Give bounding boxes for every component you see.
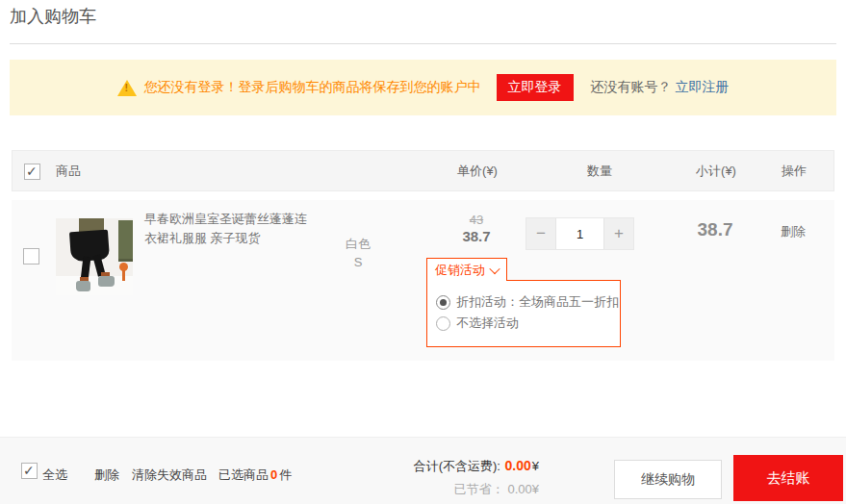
- warning-triangle-icon: !: [117, 80, 137, 96]
- column-header-unit-price: 单价(¥): [432, 151, 523, 190]
- radio-selected-icon[interactable]: [436, 295, 450, 310]
- title-divider: [10, 43, 836, 44]
- selected-count-suffix: 件: [279, 467, 292, 482]
- page-title: 加入购物车: [10, 5, 96, 28]
- column-header-quantity: 数量: [554, 151, 645, 190]
- clear-invalid-link[interactable]: 清除失效商品: [132, 466, 207, 484]
- login-warning-text: 您还没有登录！登录后购物车的商品将保存到您的账户中: [144, 79, 481, 96]
- delete-item-link[interactable]: 删除: [759, 223, 827, 240]
- saved-value: 0.00: [507, 482, 531, 496]
- column-header-action: 操作: [760, 151, 828, 190]
- photo-boot: [98, 276, 115, 287]
- promotion-option-none[interactable]: 不选择活动: [436, 313, 611, 334]
- promotion-option-label: 不选择活动: [456, 315, 519, 332]
- column-header-product: 商品: [56, 151, 81, 190]
- delete-selected-link[interactable]: 删除: [94, 466, 119, 484]
- photo-cabinet: [118, 220, 133, 262]
- cart-table-header: 商品 单价(¥) 数量 小计(¥) 操作: [12, 150, 834, 191]
- selected-count: 0: [269, 467, 279, 482]
- photo-lamp-stand: [122, 270, 125, 281]
- totals-block: 合计(不含运费): 0.00¥ 已节省： 0.00¥: [414, 458, 539, 498]
- variant-size: S: [324, 255, 392, 269]
- cart-footer-bar: 全选 删除 清除失效商品 已选商品0件 合计(不含运费): 0.00¥ 已节省：…: [0, 437, 846, 504]
- select-all-checkbox-header[interactable]: [24, 164, 40, 180]
- radio-unselected-icon[interactable]: [436, 316, 450, 331]
- login-now-button[interactable]: 立即登录: [497, 74, 574, 101]
- selected-count-text: 已选商品0件: [218, 466, 292, 484]
- product-title[interactable]: 早春欧洲皇室圣诞蕾丝蓬蓬连衣裙礼服服 亲子现货: [144, 210, 316, 248]
- quantity-decrease-button[interactable]: −: [526, 218, 555, 249]
- quantity-stepper: − +: [526, 217, 634, 250]
- promotion-panel: 折扣活动：全场商品五一折扣 不选择活动: [426, 280, 621, 347]
- original-price: 43: [431, 213, 522, 227]
- price-column: 43 38.7: [431, 213, 522, 244]
- item-subtotal: 38.7: [670, 219, 760, 240]
- login-banner: ! 您还没有登录！登录后购物车的商品将保存到您的账户中 立即登录 还没有账号？ …: [10, 60, 836, 115]
- photo-floor: [56, 276, 133, 295]
- photo-boot: [76, 281, 90, 291]
- promotion-label: 促销活动: [435, 262, 485, 279]
- total-value: 0.00: [504, 458, 532, 473]
- quantity-increase-button[interactable]: +: [604, 218, 633, 249]
- total-line: 合计(不含运费): 0.00¥: [414, 458, 539, 475]
- saved-line: 已节省： 0.00¥: [414, 481, 539, 498]
- continue-shopping-button[interactable]: 继续购物: [614, 460, 722, 499]
- select-all-label[interactable]: 全选: [42, 466, 67, 484]
- unit-price: 38.7: [431, 228, 522, 244]
- column-header-subtotal: 小计(¥): [671, 151, 761, 190]
- promotion-option-label: 折扣活动：全场商品五一折扣: [456, 293, 619, 311]
- quantity-input[interactable]: [555, 218, 604, 249]
- item-checkbox[interactable]: [23, 248, 39, 265]
- selected-count-prefix: 已选商品: [218, 467, 269, 482]
- promotion-dropdown[interactable]: 促销活动: [426, 258, 507, 281]
- register-link[interactable]: 立即注册: [676, 79, 730, 96]
- currency-symbol: ¥: [532, 482, 539, 496]
- promotion-option-discount[interactable]: 折扣活动：全场商品五一折扣: [436, 291, 611, 313]
- no-account-text: 还没有账号？: [591, 79, 672, 96]
- currency-symbol: ¥: [532, 459, 539, 473]
- select-all-checkbox-footer[interactable]: [21, 463, 38, 479]
- cart-item-row: 早春欧洲皇室圣诞蕾丝蓬蓬连衣裙礼服服 亲子现货 白色 S 43 38.7 − +…: [12, 200, 834, 361]
- checkout-button[interactable]: 去结账: [733, 455, 843, 501]
- variant-color: 白色: [324, 236, 392, 253]
- product-image[interactable]: [56, 218, 133, 295]
- saved-label: 已节省：: [454, 482, 508, 496]
- chevron-down-icon: [489, 263, 500, 273]
- total-label: 合计(不含运费):: [414, 459, 504, 473]
